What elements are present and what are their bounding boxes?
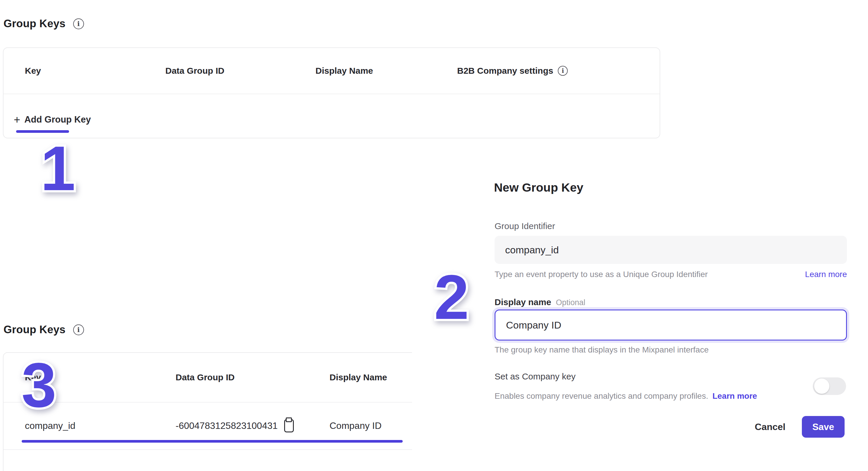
learn-more-link[interactable]: Learn more bbox=[712, 391, 757, 401]
section-title: Group Keys bbox=[3, 323, 66, 336]
display-name-label: Display name bbox=[495, 297, 551, 307]
learn-more-link[interactable]: Learn more bbox=[805, 270, 847, 279]
group-keys-heading-bottom: Group Keys i bbox=[3, 323, 84, 336]
data-group-id-value: -6004783125823100431 bbox=[176, 420, 278, 431]
step1-highlight-underline bbox=[16, 130, 69, 133]
column-header-key: Key bbox=[25, 353, 41, 402]
add-group-key-label: Add Group Key bbox=[24, 115, 91, 125]
step-2-annotation: 2 2 bbox=[422, 265, 480, 333]
company-key-helper-row: Enables company revenue analytics and co… bbox=[495, 391, 757, 401]
info-icon[interactable]: i bbox=[558, 66, 568, 76]
column-header-key: Key bbox=[25, 48, 41, 94]
new-group-key-title: New Group Key bbox=[494, 181, 583, 194]
column-header-display-name: Display Name bbox=[330, 353, 387, 402]
page-title: Group Keys bbox=[3, 18, 66, 30]
step-1-annotation: 1 1 bbox=[28, 137, 87, 204]
optional-tag: Optional bbox=[556, 298, 585, 307]
column-header-data-group-id: Data Group ID bbox=[165, 48, 224, 94]
group-keys-table-card: Key Data Group ID Display Name B2B Compa… bbox=[3, 48, 660, 138]
save-button[interactable]: Save bbox=[802, 416, 845, 438]
display-name-label-row: Display name Optional bbox=[495, 297, 585, 307]
table-header-row: Key Data Group ID Display Name B2B Compa… bbox=[3, 48, 660, 94]
group-keys-result-card: Key Data Group ID Display Name company_i… bbox=[3, 352, 412, 471]
table-divider bbox=[3, 449, 412, 450]
table-header-row: Key Data Group ID Display Name bbox=[3, 353, 412, 402]
display-name-helper: The group key name that displays in the … bbox=[495, 345, 709, 354]
column-header-display-name: Display Name bbox=[315, 48, 373, 94]
cancel-button[interactable]: Cancel bbox=[755, 421, 785, 432]
company-key-helper: Enables company revenue analytics and co… bbox=[495, 391, 708, 401]
form-action-row: Cancel Save bbox=[495, 416, 845, 438]
group-keys-heading-top: Group Keys i bbox=[3, 18, 84, 30]
group-identifier-helper-row: Type an event property to use as a Uniqu… bbox=[495, 270, 847, 279]
step3-highlight-underline bbox=[22, 440, 403, 443]
display-name-value: Company ID bbox=[506, 319, 561, 331]
display-name-input[interactable]: Company ID bbox=[495, 310, 847, 341]
company-key-toggle[interactable] bbox=[813, 377, 846, 395]
column-header-data-group-id: Data Group ID bbox=[176, 353, 235, 402]
add-group-key-button[interactable]: + Add Group Key bbox=[14, 106, 91, 133]
group-identifier-label: Group Identifier bbox=[495, 221, 555, 231]
group-identifier-value: company_id bbox=[505, 244, 559, 256]
info-icon[interactable]: i bbox=[73, 324, 84, 335]
info-icon[interactable]: i bbox=[73, 19, 84, 29]
copy-icon[interactable] bbox=[284, 419, 294, 432]
column-header-b2b-settings: B2B Company settings i bbox=[457, 48, 568, 94]
set-company-key-label: Set as Company key bbox=[495, 372, 576, 381]
group-identifier-helper: Type an event property to use as a Uniqu… bbox=[495, 270, 708, 279]
table-divider bbox=[3, 94, 660, 94]
group-identifier-input[interactable]: company_id bbox=[495, 236, 847, 264]
plus-icon: + bbox=[14, 114, 20, 125]
